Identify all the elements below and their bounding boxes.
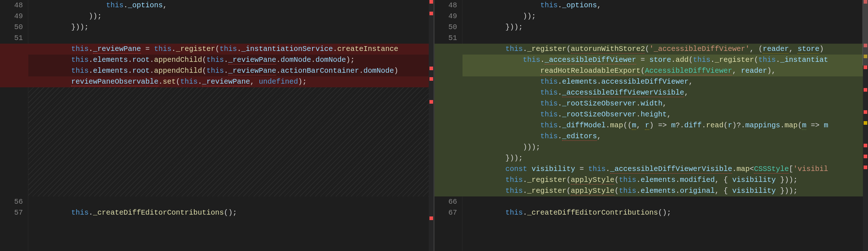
token: domNode — [315, 56, 346, 64]
code-line[interactable]: this._accessibleDiffViewerVisible, — [463, 87, 868, 98]
token: ( — [566, 176, 571, 184]
token: _reviewPane — [202, 77, 250, 86]
code-line[interactable]: this._register(autorunWithStore2('_acces… — [463, 44, 868, 55]
token: ( — [754, 56, 758, 64]
ruler-marker[interactable] — [864, 166, 867, 169]
code-line[interactable]: )); — [28, 11, 434, 22]
right-code-area[interactable]: this._options, )); })); this._register(a… — [463, 0, 868, 251]
code-line[interactable]: this.elements.root.appendChild(this._rev… — [28, 65, 434, 76]
code-line[interactable]: this._createDiffEditorContributions(); — [28, 207, 434, 218]
token: ) — [514, 154, 518, 162]
token: modified — [680, 176, 715, 184]
token: set — [163, 77, 176, 86]
token: _reviewPane — [93, 45, 141, 53]
code-line[interactable]: readHotReloadableExport(AccessibleDiffVi… — [463, 65, 868, 76]
ruler-marker[interactable] — [864, 65, 867, 69]
code-line[interactable]: this._options, — [28, 0, 434, 11]
code-line[interactable]: this._diffModel.map((m, r) => m?.diff.re… — [463, 120, 868, 131]
token: width — [641, 99, 662, 108]
token: . — [558, 110, 562, 119]
token: CSSStyle — [754, 165, 789, 174]
modified-pane[interactable]: 4849505152+53+54+55+56+57+58+59+60+61+62… — [434, 0, 868, 251]
token: . — [558, 121, 562, 130]
token: . — [89, 56, 93, 64]
vertical-scrollbar-thumb[interactable] — [862, 0, 868, 65]
token: . — [636, 176, 641, 184]
code-line[interactable]: })); — [463, 22, 868, 33]
code-line[interactable]: this._createDiffEditorContributions(); — [463, 207, 868, 218]
token: this — [154, 45, 171, 53]
code-line[interactable] — [463, 33, 868, 44]
code-line[interactable]: this._register(applyStyle(this.elements.… — [463, 186, 868, 196]
code-line[interactable]: this._register(applyStyle(this.elements.… — [463, 175, 868, 186]
code-line[interactable]: this._editors, — [463, 131, 868, 142]
token: ; — [793, 187, 798, 195]
token: this — [758, 56, 776, 64]
code-line[interactable]: this._rootSizeObserver.width, — [463, 98, 868, 109]
token: . — [558, 99, 562, 108]
token: . — [671, 56, 675, 64]
code-line[interactable]: })); — [28, 22, 434, 33]
token: . — [558, 132, 562, 140]
code-line[interactable]: this._options, — [463, 0, 868, 11]
ruler-marker[interactable] — [864, 121, 867, 125]
token: . — [558, 88, 562, 97]
token: ) — [510, 23, 514, 31]
token: . — [636, 110, 641, 119]
split-sash[interactable] — [433, 0, 435, 251]
ruler-marker[interactable] — [429, 77, 433, 81]
code-line[interactable]: reviewPaneObservable.set(this._reviewPan… — [28, 76, 434, 87]
code-line[interactable] — [463, 196, 868, 207]
token: undefined — [259, 77, 298, 86]
token — [527, 165, 532, 173]
code-line[interactable]: ))); — [463, 142, 868, 153]
token: this — [206, 67, 224, 75]
code-line[interactable]: this.elements.accessibleDiffViewer, — [463, 76, 868, 87]
code-line[interactable]: )); — [463, 11, 868, 22]
token: . — [171, 45, 176, 53]
code-line[interactable] — [28, 33, 434, 44]
token: this — [505, 208, 523, 217]
code-line[interactable]: this._accessibleDiffViewer = store.add(t… — [463, 55, 868, 65]
token: this — [71, 45, 89, 53]
token: ) — [394, 67, 398, 75]
line-number: 51 — [435, 33, 457, 44]
token: _register — [527, 45, 566, 53]
code-line[interactable] — [28, 196, 434, 207]
code-line[interactable]: this._rootSizeObserver.height, — [463, 109, 868, 120]
code-line[interactable]: const visibility = this._accessibleDiffV… — [463, 164, 868, 175]
code-line[interactable]: this._reviewPane = this._register(this._… — [28, 44, 434, 55]
token: . — [150, 67, 154, 75]
ruler-marker[interactable] — [429, 12, 433, 15]
token: . — [158, 77, 163, 86]
code-line[interactable]: })); — [463, 153, 868, 164]
token: applyStyle — [571, 187, 614, 195]
token: ) => — [649, 121, 671, 130]
left-code-area[interactable]: this._options, )); })); this._reviewPane… — [28, 0, 434, 251]
ruler-marker[interactable] — [429, 67, 433, 70]
ruler-marker[interactable] — [429, 0, 433, 4]
ruler-marker[interactable] — [864, 110, 867, 114]
token: . — [776, 56, 780, 64]
ruler-marker[interactable] — [429, 216, 433, 220]
token: ; — [350, 56, 355, 64]
token: this — [71, 56, 89, 64]
token: = — [141, 45, 154, 53]
token: store — [798, 45, 819, 53]
ruler-marker[interactable] — [864, 144, 867, 147]
left-overview-ruler[interactable] — [429, 0, 434, 251]
token: ( — [176, 77, 180, 86]
ruler-marker[interactable] — [429, 100, 433, 104]
token: ( — [566, 45, 571, 53]
token: , — [732, 67, 741, 75]
token: createInstance — [337, 45, 398, 53]
code-line[interactable]: this.elements.root.appendChild(this._rev… — [28, 55, 434, 65]
token: ) — [523, 12, 527, 20]
token: ) — [76, 23, 80, 31]
token: ) — [228, 208, 233, 217]
ruler-marker[interactable] — [864, 88, 867, 92]
token: . — [359, 67, 363, 75]
ruler-marker[interactable] — [864, 155, 867, 158]
original-pane[interactable]: 48495051525354555657 this._options, )); … — [0, 0, 434, 251]
token: ( — [641, 67, 645, 75]
